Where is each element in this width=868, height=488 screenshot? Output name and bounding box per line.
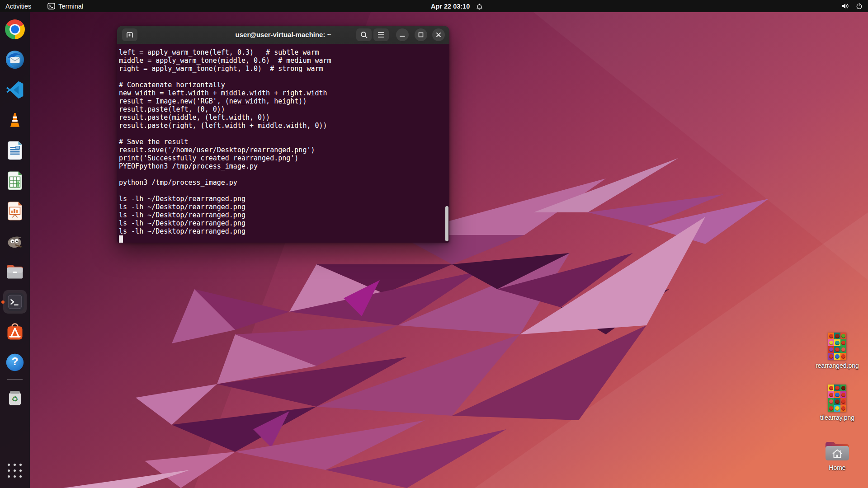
desktop-icon-tilearray[interactable]: tilearray.png (810, 385, 864, 421)
dock-item-terminal[interactable] (0, 291, 30, 313)
desktop-icon-home[interactable]: Home (810, 440, 864, 471)
desktop-icon-label: Home (810, 464, 864, 471)
dock-item-vscode[interactable] (0, 79, 30, 101)
terminal-icon (5, 291, 25, 312)
files-icon (5, 262, 25, 282)
dock-item-app-grid[interactable] (0, 460, 30, 482)
svg-text:?: ? (11, 355, 18, 367)
rearranged-thumbnail (828, 333, 846, 360)
ubuntu-software-icon (5, 322, 25, 342)
clock-menu[interactable]: Apr 22 03:10 (431, 0, 483, 12)
dock-divider (7, 379, 23, 380)
terminal-header[interactable]: user@user-virtual-machine: ~ (117, 26, 449, 44)
chrome-icon (5, 19, 25, 39)
vlc-icon (5, 110, 25, 130)
desktop-icon-label: tilearray.png (810, 414, 864, 421)
system-menu[interactable] (841, 0, 863, 12)
running-indicator-dot (1, 300, 5, 304)
top-bar: Activities Terminal Apr 22 03:10 (0, 0, 868, 12)
dock-item-help[interactable]: ? (0, 352, 30, 373)
search-button[interactable] (356, 28, 372, 41)
dock-item-libreoffice-calc[interactable] (0, 170, 30, 192)
dock-item-thunderbird[interactable] (0, 49, 30, 70)
focused-app-menu[interactable]: Terminal (37, 0, 89, 12)
dock-item-libreoffice-impress[interactable] (0, 200, 30, 222)
terminal-app-icon (47, 3, 55, 9)
dock-item-chrome[interactable] (0, 19, 30, 40)
app-grid-icon (8, 464, 23, 479)
terminal-scrollbar[interactable] (445, 206, 448, 241)
terminal-cursor (119, 235, 123, 243)
minimize-icon (399, 32, 406, 38)
minimize-button[interactable] (396, 28, 409, 41)
bell-icon (476, 3, 483, 10)
clock-label: Apr 22 03:10 (431, 3, 470, 10)
thunderbird-icon (5, 49, 25, 70)
menu-button[interactable] (373, 28, 389, 41)
trash-icon: ♻ (5, 388, 24, 407)
dock-item-ubuntu-software[interactable] (0, 321, 30, 343)
help-icon: ? (5, 352, 25, 372)
close-button[interactable] (432, 28, 445, 41)
tilearray-thumbnail (828, 385, 846, 412)
dock-item-vlc[interactable] (0, 109, 30, 131)
dock-item-trash[interactable]: ♻ (0, 387, 30, 408)
desktop-icon-rearranged[interactable]: rearranged.png (810, 333, 864, 369)
maximize-button[interactable] (415, 28, 427, 41)
libreoffice-impress-icon (5, 201, 24, 221)
vscode-icon (5, 80, 25, 100)
focused-app-label: Terminal (58, 3, 83, 10)
terminal-window: user@user-virtual-machine: ~ (117, 26, 449, 243)
search-icon (359, 30, 368, 39)
libreoffice-calc-icon (5, 171, 24, 191)
svg-text:♻: ♻ (12, 395, 19, 404)
desktop-icon-label: rearranged.png (810, 362, 864, 369)
dock: ? ♻ (0, 12, 30, 488)
maximize-icon (418, 32, 424, 38)
hamburger-menu-icon (377, 31, 385, 38)
dock-item-gimp[interactable] (0, 230, 30, 252)
power-icon (856, 3, 863, 9)
terminal-output: left = apply_warm_tone(left, 0.3) # subt… (117, 44, 449, 235)
dock-item-libreoffice-writer[interactable] (0, 140, 30, 161)
activities-button[interactable]: Activities (0, 0, 37, 12)
terminal-body[interactable]: left = apply_warm_tone(left, 0.3) # subt… (117, 44, 449, 243)
volume-icon (841, 3, 849, 9)
home-folder-icon (824, 440, 850, 462)
dock-item-files[interactable] (0, 261, 30, 282)
gimp-icon (5, 231, 25, 251)
close-icon (435, 32, 442, 38)
libreoffice-writer-icon (5, 141, 24, 160)
